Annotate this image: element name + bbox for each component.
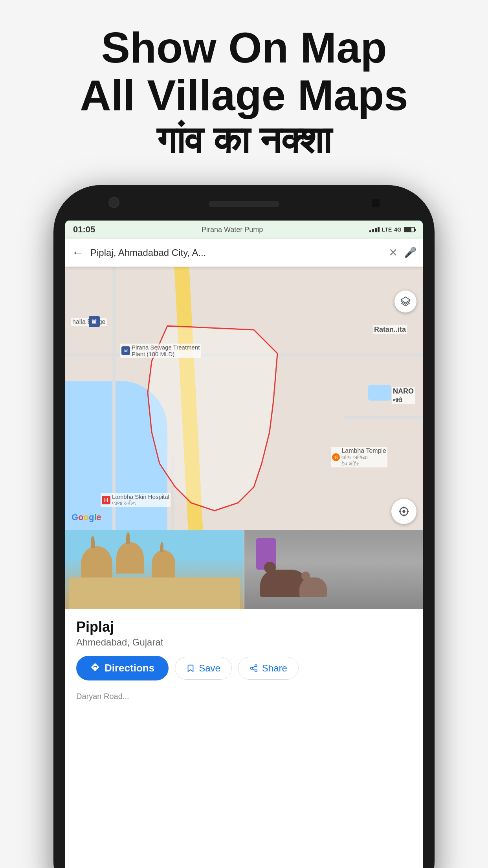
spire2 [126, 532, 130, 544]
search-bar: ← Piplaj, Ahmadabad City, A... ✕ 🎤 [65, 239, 423, 267]
share-button[interactable]: Share [238, 657, 299, 680]
spire3 [160, 542, 163, 552]
share-label: Share [262, 663, 287, 674]
my-location-button[interactable] [391, 499, 416, 524]
svg-point-9 [255, 669, 257, 672]
temple-photo[interactable] [65, 530, 244, 609]
svg-point-8 [251, 667, 253, 669]
animal-photo[interactable] [244, 530, 423, 609]
status-icons: LTE 4G [369, 226, 415, 233]
header-line3: गांव का नक्शा [31, 119, 457, 162]
signal-icon [369, 227, 380, 232]
map-label-lambha-temple: ॐ Lambha Temple લાંભા બળિયાદેવ મંદિર [331, 447, 387, 467]
lte-icon: LTE [382, 226, 392, 233]
phone-frame: 01:05 Pirana Water Pump LTE 4G [53, 185, 435, 868]
save-label: Save [199, 663, 220, 674]
svg-point-7 [255, 665, 257, 667]
header-line2: All Village Maps [31, 71, 457, 119]
status-bar: 01:05 Pirana Water Pump LTE 4G [65, 221, 423, 239]
phone-earpiece [372, 199, 380, 207]
status-center: Pirana Water Pump [202, 226, 263, 234]
directions-icon [90, 662, 100, 674]
map-label-ratan: Ratan..ita [373, 325, 407, 334]
search-input[interactable]: Piplaj, Ahmadabad City, A... [90, 247, 382, 258]
phone-screen: 01:05 Pirana Water Pump LTE 4G [65, 221, 423, 868]
svg-line-10 [253, 669, 255, 670]
battery-icon [404, 227, 415, 232]
info-panel: Piplaj Ahmedabad, Gujarat Directions [65, 609, 423, 687]
map-label-naro: NAROનારો [392, 387, 415, 404]
phone-speaker [209, 201, 279, 207]
header-line1: Show On Map [31, 24, 457, 71]
svg-point-1 [402, 510, 405, 513]
secondary-road-2 [112, 267, 116, 530]
microphone-button[interactable]: 🎤 [404, 246, 416, 259]
status-time: 01:05 [73, 224, 95, 235]
dome1 [81, 546, 112, 581]
front-camera [108, 197, 119, 208]
clear-button[interactable]: ✕ [389, 246, 398, 259]
animal-head [264, 562, 276, 574]
save-button[interactable]: Save [175, 657, 232, 680]
map-background: halla Bridge 🏛 🏛 Pirana Sewage Treatment… [65, 267, 423, 530]
baby-head [301, 572, 310, 580]
dome3 [152, 550, 175, 577]
water-body-small [368, 385, 391, 401]
map-layers-button[interactable] [394, 291, 416, 313]
temple-base [69, 577, 240, 609]
map-area[interactable]: halla Bridge 🏛 🏛 Pirana Sewage Treatment… [65, 267, 423, 530]
action-buttons: Directions Save [76, 656, 412, 680]
svg-line-11 [253, 666, 255, 668]
page-header: Show On Map All Village Maps गांव का नक्… [0, 0, 488, 177]
photos-strip[interactable] [65, 530, 423, 609]
place-name: Piplaj [76, 619, 412, 635]
dome2 [116, 542, 144, 574]
bridge-marker: 🏛 [89, 316, 100, 327]
4g-icon: 4G [394, 226, 402, 233]
directions-label: Directions [105, 662, 154, 674]
secondary-road-3 [344, 416, 423, 419]
place-address: Ahmedabad, Gujarat [76, 637, 412, 648]
back-button[interactable]: ← [72, 245, 84, 260]
baby-animal [299, 577, 327, 597]
phone-top [53, 185, 435, 221]
bottom-road-label: Daryan Road... [65, 687, 423, 706]
spire1 [91, 536, 95, 548]
phone-wrapper: 01:05 Pirana Water Pump LTE 4G [0, 185, 488, 868]
google-watermark: Google [72, 512, 101, 522]
map-label-hospital: H Lambha Skin Hospital લાંભા સ્કીન [101, 493, 171, 507]
directions-button[interactable]: Directions [76, 656, 169, 680]
map-label-sewage: 🏛 Pirana Sewage Treatment Plant (180 MLD… [120, 344, 201, 358]
